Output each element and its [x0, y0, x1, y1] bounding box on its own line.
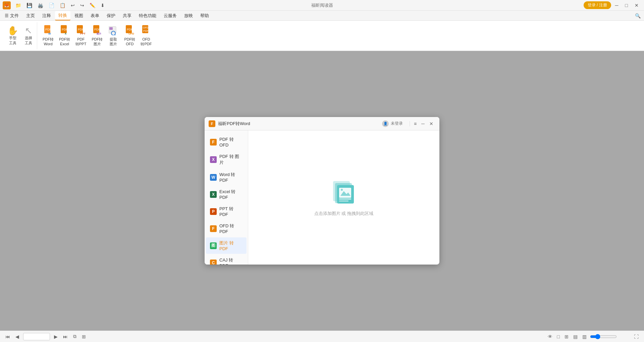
sidebar-item-pdf-ofd[interactable]: F PDF 转 OFD — [206, 134, 247, 150]
pdf-ofd-icon: PDF OFD — [125, 25, 135, 37]
sidebar-item-excel-pdf[interactable]: X Excel 转 PDF — [206, 186, 247, 203]
maximize-button[interactable]: □ — [623, 2, 631, 9]
drop-icon — [330, 178, 357, 205]
menu-view[interactable]: 视图 — [71, 11, 87, 20]
sidebar-label-pdf-ofd: PDF 转 OFD — [219, 136, 243, 148]
minimize-button[interactable]: ─ — [612, 2, 621, 9]
pdf-excel-label: PDF转Excel — [59, 37, 70, 46]
open-file-btn[interactable]: 📁 — [13, 2, 23, 9]
status-bar-left: ⏮ ◀ ▶ ⏭ ⧉ ⊞ — [4, 333, 87, 340]
sidebar-item-word-pdf[interactable]: W Word 转 PDF — [206, 169, 247, 185]
nav-first-button[interactable]: ⏮ — [4, 333, 11, 340]
nav-next-button[interactable]: ▶ — [53, 333, 59, 340]
main-content: F 福昕PDF转Word 👤 未登录 ≡ ─ ✕ F PDF — [0, 51, 644, 331]
svg-text:PDF: PDF — [143, 30, 149, 33]
redo-btn[interactable]: ↪ — [78, 2, 86, 9]
dialog-titlebar: F 福昕PDF转Word 👤 未登录 ≡ ─ ✕ — [205, 117, 439, 130]
dialog-menu-button[interactable]: ≡ — [412, 120, 419, 127]
nav-prev-button[interactable]: ◀ — [14, 333, 20, 340]
title-bar-right: 登录 / 注册 ─ □ ✕ — [584, 1, 641, 9]
convert-dialog: F 福昕PDF转Word 👤 未登录 ≡ ─ ✕ F PDF — [205, 117, 439, 265]
svg-text:PPT: PPT — [80, 32, 86, 35]
sidebar-icon-pdf-ofd: F — [210, 139, 217, 146]
pdf-to-ofd-button[interactable]: PDF OFD PDF转OFD — [122, 24, 137, 47]
menu-home[interactable]: 主页 — [23, 11, 38, 20]
user-avatar: 👤 — [382, 120, 389, 127]
menu-convert[interactable]: 转换 — [55, 11, 70, 20]
pdf-ppt-label: PDF转PPT — [75, 37, 86, 46]
extract-image-icon — [109, 25, 118, 37]
sidebar-label-excel-pdf: Excel 转 PDF — [219, 189, 243, 200]
view-double-button[interactable]: ⊞ — [563, 333, 570, 340]
svg-text:PDF: PDF — [127, 28, 133, 31]
svg-rect-14 — [109, 27, 113, 30]
sidebar-item-caj-pdf[interactable]: C CAJ 转 PDF — [206, 254, 247, 265]
dialog-logo-text: F — [211, 122, 213, 126]
menu-file[interactable]: ☰ 文件 — [1, 11, 22, 20]
hand-tool-button[interactable]: ✋ 手型工具 — [5, 25, 21, 47]
pdf-to-excel-button[interactable]: PDF X PDF转Excel — [57, 24, 72, 47]
sidebar-label-pdf-img: PDF 转 图片 — [219, 154, 243, 166]
menu-cloud[interactable]: 云服务 — [160, 11, 180, 20]
zoom-slider[interactable] — [590, 334, 617, 339]
sidebar-icon-ppt-pdf: P — [210, 208, 217, 215]
dialog-close-button[interactable]: ✕ — [427, 120, 435, 127]
menu-share[interactable]: 共享 — [119, 11, 135, 20]
menu-table[interactable]: 表单 — [87, 11, 103, 20]
clipboard-btn[interactable]: 📋 — [58, 2, 67, 9]
menu-play[interactable]: 放映 — [181, 11, 196, 20]
svg-text:X: X — [65, 32, 67, 35]
nav-extra-button[interactable]: ⊞ — [80, 333, 87, 340]
select-icon: ↖ — [25, 26, 32, 35]
dialog-drop-area[interactable]: 点击添加图片 或 拖拽到此区域 — [248, 130, 439, 265]
edit-btn[interactable]: ✏️ — [88, 2, 97, 9]
sidebar-item-ofd-pdf[interactable]: F OFD 转 PDF — [206, 220, 247, 237]
undo-btn[interactable]: ↩ — [69, 2, 77, 9]
fullscreen-button[interactable]: ⛶ — [633, 333, 640, 340]
view-single-button[interactable]: □ — [556, 333, 561, 340]
svg-text:OFD: OFD — [143, 26, 149, 29]
doc-btn[interactable]: 📄 — [47, 2, 56, 9]
ribbon-group-tools: ✋ 手型工具 ↖ 选择工具 — [3, 22, 37, 49]
print-btn[interactable]: 🖨️ — [36, 2, 45, 9]
select-tool-button[interactable]: ↖ 选择工具 — [22, 25, 35, 47]
svg-text:PDF: PDF — [62, 28, 68, 31]
view-mode-eye-button[interactable]: 👁 — [546, 333, 554, 340]
sidebar-label-pic-pdf: 图片 转 PDF — [219, 240, 243, 251]
nav-copy-button[interactable]: ⧉ — [72, 333, 78, 340]
status-bar-right: 👁 □ ⊞ ▤ ▥ ⛶ — [546, 333, 640, 340]
nav-last-button[interactable]: ⏭ — [62, 333, 69, 340]
pdf-to-image-button[interactable]: PDF 图片 PDF转图片 — [90, 24, 105, 47]
ofd-to-pdf-button[interactable]: OFD PDF OFD转PDF — [139, 24, 154, 47]
hand-icon: ✋ — [7, 26, 18, 35]
dialog-minimize-button[interactable]: ─ — [419, 120, 427, 127]
view-scroll-button[interactable]: ▤ — [572, 333, 579, 340]
dialog-user: 👤 未登录 — [382, 120, 403, 127]
pdf-to-word-button[interactable]: PDF W PDF转Word — [41, 24, 56, 47]
extract-image-button[interactable]: 提取图片 — [106, 24, 121, 47]
menu-special[interactable]: 特色功能 — [136, 11, 160, 20]
menu-protect[interactable]: 保护 — [103, 11, 119, 20]
svg-text:PDF: PDF — [94, 28, 101, 31]
sidebar-label-ofd-pdf: OFD 转 PDF — [219, 223, 243, 234]
pdf-to-ppt-button[interactable]: PDF PPT PDF转PPT — [73, 24, 88, 47]
page-input[interactable] — [23, 333, 50, 340]
svg-point-28 — [341, 189, 343, 191]
login-button[interactable]: 登录 / 注册 — [584, 1, 611, 9]
menu-help[interactable]: 帮助 — [197, 11, 212, 20]
download-btn[interactable]: ⬇ — [99, 2, 107, 9]
sidebar-item-ppt-pdf[interactable]: P PPT 转 PDF — [206, 203, 247, 220]
pdf-image-icon: PDF 图片 — [93, 25, 102, 37]
save-btn[interactable]: 💾 — [24, 2, 34, 9]
search-button[interactable]: 🔍 — [633, 12, 643, 19]
pdf-excel-icon: PDF X — [60, 25, 69, 37]
close-button[interactable]: ✕ — [632, 2, 641, 9]
svg-line-16 — [115, 35, 117, 35]
view-spread-button[interactable]: ▥ — [581, 333, 588, 340]
sidebar-icon-ofd-pdf: F — [210, 225, 217, 232]
svg-rect-29 — [339, 198, 351, 199]
sidebar-item-pic-pdf[interactable]: 图 图片 转 PDF — [206, 237, 247, 254]
hand-label: 手型工具 — [9, 36, 16, 45]
menu-annotate[interactable]: 注释 — [39, 11, 54, 20]
sidebar-item-pdf-img[interactable]: X PDF 转 图片 — [206, 151, 247, 168]
